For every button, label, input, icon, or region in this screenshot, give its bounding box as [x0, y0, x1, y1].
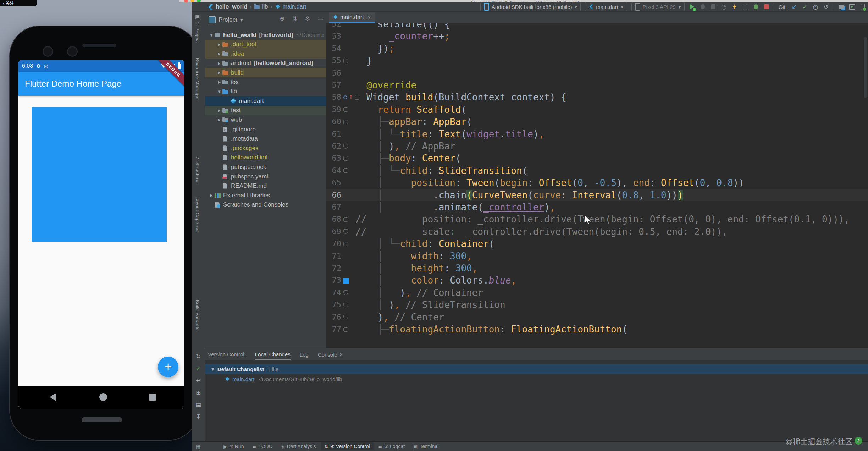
- avd-manager-button[interactable]: [859, 4, 866, 10]
- code-line-54[interactable]: 54 });: [326, 43, 868, 55]
- fold-marker-icon[interactable]: [343, 120, 348, 124]
- tree-row--dart-tool[interactable]: ▶.dart_tool: [205, 40, 326, 49]
- statusbar-item-4-run[interactable]: ▶4: Run: [220, 442, 247, 450]
- debug-button[interactable]: [700, 4, 706, 10]
- flutter-attach-button[interactable]: [753, 4, 759, 10]
- toolwindow-build-variants[interactable]: Build Variants: [195, 300, 200, 330]
- statusbar-item-6-logcat[interactable]: ≡6: Logcat: [375, 442, 409, 450]
- tree-row--idea[interactable]: ▶.idea: [205, 49, 326, 59]
- fold-marker-icon[interactable]: [343, 290, 348, 295]
- run-config-selector[interactable]: main.dart ▼: [585, 2, 627, 11]
- code-line-66[interactable]: 66 │ .chain(CurveTween(curve: Interval(0…: [326, 189, 868, 201]
- code-line-72[interactable]: 72 │ height: 300,: [326, 262, 868, 274]
- tree-arrow-icon[interactable]: ▶: [216, 109, 222, 112]
- download-icon[interactable]: ↧: [196, 413, 201, 420]
- hot-reload-button[interactable]: [731, 4, 738, 10]
- target-selector[interactable]: Pixel 3 API 29 ▼: [631, 2, 685, 11]
- fold-marker-icon[interactable]: [343, 168, 348, 173]
- statusbar-item-todo[interactable]: ≡TODO: [249, 442, 276, 450]
- toolwindow-toggle-icon[interactable]: ▦: [196, 444, 200, 449]
- breadcrumb-file[interactable]: main.dart: [283, 4, 306, 10]
- tree-row-Scratches-and-Consoles[interactable]: Scratches and Consoles: [205, 200, 326, 210]
- tree-row-test[interactable]: ▶test: [205, 106, 326, 115]
- git-update-button[interactable]: ↙: [791, 4, 797, 10]
- code-editor[interactable]: 52 setState(() {53 _counter++;54 });55 }…: [326, 23, 868, 348]
- code-line-55[interactable]: 55 }: [326, 55, 868, 67]
- commit-check-icon[interactable]: ✓: [196, 365, 201, 372]
- code-line-67[interactable]: 67 │ .animate(_controller),: [326, 201, 868, 213]
- code-line-70[interactable]: 70 │ └─child: Container(: [326, 238, 868, 250]
- code-line-71[interactable]: 71 │ width: 300,: [326, 250, 868, 262]
- history-button[interactable]: ◷: [812, 4, 819, 10]
- tree-row-build[interactable]: ▶build: [205, 68, 326, 77]
- fold-marker-icon[interactable]: [343, 242, 348, 246]
- code-line-65[interactable]: 65 │ position: Tween(begin: Offset(0, -0…: [326, 177, 868, 189]
- tree-row-lib[interactable]: ▼lib: [205, 87, 326, 97]
- tree-row-README-md[interactable]: README.md: [205, 181, 326, 191]
- run-button[interactable]: [689, 4, 695, 10]
- tree-row-helloworld-iml[interactable]: helloworld.iml: [205, 153, 326, 163]
- tree-row-External-Libraries[interactable]: ▶External Libraries: [205, 191, 326, 200]
- code-line-69[interactable]: 69// scale: _controller.drive(Tween(begi…: [326, 226, 868, 238]
- locate-file-button[interactable]: ⊕: [280, 15, 284, 22]
- tree-arrow-icon[interactable]: ▶: [216, 61, 222, 65]
- editor-tab-main-dart[interactable]: main.dart ✕: [329, 12, 375, 23]
- fold-marker-icon[interactable]: [343, 229, 348, 234]
- fold-marker-icon[interactable]: [343, 107, 348, 112]
- code-line-61[interactable]: 61 │ └─title: Text(widget.title),: [326, 128, 868, 140]
- code-line-52[interactable]: 52 setState(() {: [326, 23, 868, 30]
- tree-row-main-dart[interactable]: main.dart: [205, 96, 326, 106]
- tree-arrow-icon[interactable]: ▼: [216, 90, 222, 94]
- hot-restart-button[interactable]: [742, 4, 748, 10]
- tree-arrow-icon[interactable]: ▶: [209, 193, 214, 197]
- override-icon[interactable]: [343, 95, 347, 99]
- stop-button[interactable]: [763, 4, 770, 10]
- code-line-59[interactable]: 59 return Scaffold(: [326, 104, 868, 116]
- tree-arrow-icon[interactable]: ▶: [216, 71, 222, 75]
- vcs-tab-local-changes[interactable]: Local Changes: [255, 348, 291, 360]
- rollback-button[interactable]: ↺: [823, 4, 829, 10]
- code-line-57[interactable]: 57 @override: [326, 79, 868, 91]
- settings-gear-button[interactable]: ⚙: [305, 15, 310, 22]
- tree-row-hello-world[interactable]: ▼hello_world[helloworld]~/Docume: [205, 30, 326, 40]
- expand-arrow-icon[interactable]: ▼: [211, 367, 214, 371]
- statusbar-item-9-version-control[interactable]: ⇅9: Version Control: [321, 442, 373, 450]
- statusbar-item-terminal[interactable]: ▣Terminal: [410, 442, 442, 450]
- tree-arrow-icon[interactable]: ▶: [216, 52, 222, 56]
- code-line-58[interactable]: 58↑ Widget build(BuildContext context) {: [326, 91, 868, 103]
- tree-row-android[interactable]: ▶android[helloworld_android]: [205, 59, 326, 68]
- code-line-62[interactable]: 62 │ ), // AppBar: [326, 140, 868, 152]
- code-line-73[interactable]: 73 │ color: Colors.blue,: [326, 274, 868, 286]
- vcs-tab-console[interactable]: Console✕: [318, 348, 343, 360]
- toolwindow-layout-captures[interactable]: Layout Captures: [195, 196, 200, 233]
- code-line-77[interactable]: 77 ├─floatingActionButton: FloatingActio…: [326, 323, 868, 335]
- nav-recents-button[interactable]: [149, 394, 156, 401]
- close-icon[interactable]: ✕: [339, 352, 343, 357]
- revert-icon[interactable]: ↩: [196, 377, 201, 384]
- breadcrumb-project[interactable]: hello_world: [216, 4, 247, 10]
- code-line-64[interactable]: 64 │ └─child: SlideTransition(: [326, 165, 868, 177]
- breadcrumb-dir[interactable]: lib: [262, 4, 268, 10]
- fold-marker-icon[interactable]: [343, 59, 348, 63]
- code-line-68[interactable]: 68// position: _controller.drive(Tween(b…: [326, 213, 868, 225]
- fold-marker-icon[interactable]: [343, 327, 348, 332]
- fold-marker-icon[interactable]: [343, 217, 348, 222]
- tree-row-pubspec-lock[interactable]: pubspec.lock: [205, 162, 326, 172]
- code-line-74[interactable]: 74 │ ), // Container: [326, 287, 868, 299]
- floating-action-button[interactable]: +: [158, 357, 178, 377]
- code-line-56[interactable]: 56: [326, 67, 868, 79]
- fold-marker-icon[interactable]: [343, 144, 348, 149]
- nav-home-button[interactable]: [99, 393, 107, 401]
- code-line-53[interactable]: 53 _counter++;: [326, 30, 868, 42]
- tree-row--packages[interactable]: .packages: [205, 143, 326, 153]
- run-window-button[interactable]: [849, 4, 855, 10]
- tree-arrow-icon[interactable]: ▶: [216, 118, 222, 122]
- refresh-icon[interactable]: ↻: [196, 353, 201, 360]
- tree-row-web[interactable]: ▶web: [205, 115, 326, 125]
- toolwindow-structure[interactable]: 7: Structure: [195, 156, 200, 182]
- code-line-75[interactable]: 75 │ ), // SlideTransition: [326, 299, 868, 311]
- tree-arrow-icon[interactable]: ▶: [216, 43, 222, 46]
- device-selector[interactable]: Android SDK built for x86 (mobile) ▼: [480, 2, 581, 11]
- tree-arrow-icon[interactable]: ▼: [209, 33, 214, 37]
- tree-row--gitignore[interactable]: .gitignore: [205, 125, 326, 134]
